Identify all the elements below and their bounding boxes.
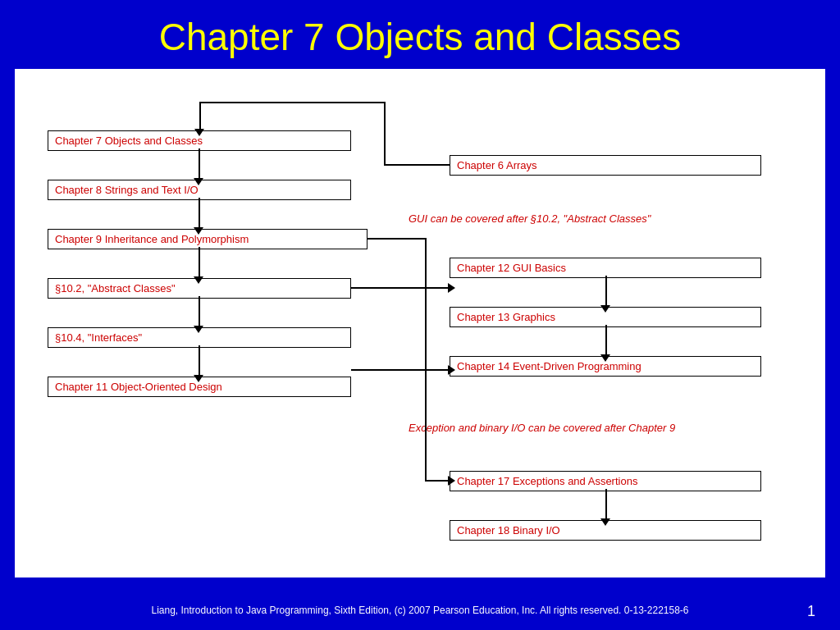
page-number: 1 <box>807 603 815 620</box>
footer-text: Liang, Introduction to Java Programming,… <box>151 605 688 616</box>
box-ch9: Chapter 9 Inheritance and Polymorphism <box>48 229 368 249</box>
page-title: Chapter 7 Objects and Classes <box>0 0 840 69</box>
gui-note: GUI can be covered after §10.2, "Abstrac… <box>409 212 753 225</box>
footer: Liang, Introduction to Java Programming,… <box>0 591 840 630</box>
exception-note: Exception and binary I/O can be covered … <box>409 422 769 434</box>
box-ch6: Chapter 6 Arrays <box>450 155 761 176</box>
main-content: Chapter 7 Objects and Classes Chapter 8 … <box>15 69 825 578</box>
